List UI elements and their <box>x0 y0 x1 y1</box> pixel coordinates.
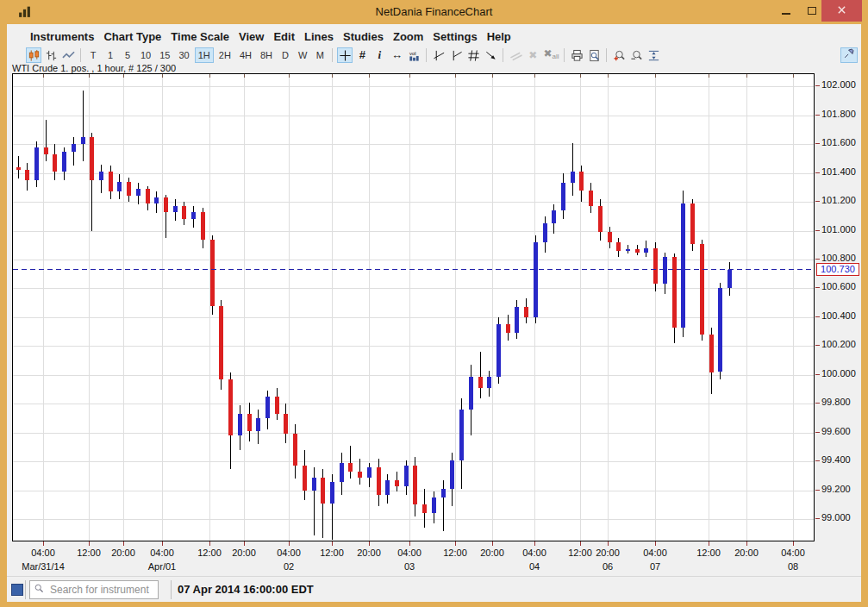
menu-item-edit[interactable]: Edit <box>273 28 304 45</box>
grid-button[interactable]: # <box>354 47 370 63</box>
y-axis-label: 99.400 <box>821 454 851 465</box>
x-axis-tick <box>455 541 456 546</box>
y-axis-label: 100.800 <box>821 253 856 263</box>
volume-button[interactable]: vol <box>406 47 422 63</box>
bar-chart-button[interactable] <box>43 47 59 63</box>
status-bar: 07 Apr 2014 16:00:00 EDT <box>7 576 861 602</box>
y-axis-tick <box>815 287 820 288</box>
y-axis-tick <box>815 403 820 404</box>
y-axis-tick <box>815 345 820 346</box>
y-axis[interactable]: 100.730 102.000101.800101.600101.400101.… <box>815 73 861 541</box>
candlestick-chart-button[interactable] <box>26 47 41 63</box>
x-axis-time-label: 04:00 <box>24 548 62 558</box>
window-title: NetDania FinanceChart <box>0 0 868 24</box>
print-preview-icon <box>588 49 601 62</box>
x-axis-date-label: Apr/01 <box>129 561 195 572</box>
minimize-button[interactable] <box>774 0 798 22</box>
x-axis-time-label: 04:00 <box>515 548 553 558</box>
x-axis-time-label: 20:00 <box>473 548 511 558</box>
x-axis-time-label: 04:00 <box>636 548 674 558</box>
y-axis-label: 99.600 <box>821 426 851 436</box>
timeframe-button-2h[interactable]: 2H <box>215 47 234 63</box>
x-axis-tick <box>608 541 609 546</box>
chart-canvas[interactable] <box>12 73 815 541</box>
pin-toolbar-button[interactable] <box>840 47 858 63</box>
print-preview-button[interactable] <box>586 47 602 63</box>
x-axis-date-label: 04 <box>502 561 567 572</box>
maximize-button[interactable] <box>800 0 824 22</box>
menu-item-zoom[interactable]: Zoom <box>393 28 433 45</box>
ohlc-bars-icon <box>45 49 58 62</box>
x-axis-time-label: 12:00 <box>70 548 108 558</box>
zoom-in-button[interactable] <box>611 47 627 63</box>
timeframe-button-1[interactable]: 1 <box>103 47 118 63</box>
volume-icon: vol <box>408 49 421 62</box>
y-axis-tick <box>815 259 820 260</box>
timeframe-button-4h[interactable]: 4H <box>236 47 255 63</box>
arrow-ray-icon <box>484 49 497 62</box>
x-axis-tick <box>123 541 124 546</box>
statusbar-separator <box>25 580 26 599</box>
line-chart-button[interactable] <box>60 47 76 63</box>
trend-ray-icon <box>450 49 463 62</box>
maximize-icon <box>808 7 816 15</box>
zoom-out-button[interactable] <box>628 47 644 63</box>
x-axis-tick <box>209 541 210 546</box>
parallel-lines-button[interactable] <box>508 47 523 63</box>
y-axis-tick <box>815 374 820 375</box>
status-square-button[interactable] <box>11 584 23 596</box>
menu-item-lines[interactable]: Lines <box>304 28 343 45</box>
timeframe-button-8h[interactable]: 8H <box>257 47 276 63</box>
crosshair-button[interactable] <box>337 47 353 63</box>
timeframe-button-15[interactable]: 15 <box>156 47 173 63</box>
y-axis-label: 100.200 <box>821 339 856 349</box>
y-axis-tick <box>815 230 820 231</box>
x-axis-tick <box>409 541 410 546</box>
timeframe-button-d[interactable]: D <box>278 47 293 63</box>
toolbar-separator <box>606 48 607 62</box>
title-bar[interactable]: NetDania FinanceChart <box>0 0 868 24</box>
print-button[interactable] <box>569 47 584 63</box>
y-axis-tick <box>815 460 820 461</box>
close-button[interactable] <box>821 0 862 22</box>
trend-ray-button[interactable] <box>448 47 464 63</box>
delete-line-button[interactable]: ✖ <box>525 47 540 63</box>
channel-button[interactable] <box>465 47 481 63</box>
arrow-ray-button[interactable] <box>483 47 498 63</box>
horizontal-expand-button[interactable]: ↔ <box>389 47 404 63</box>
timeframe-button-5[interactable]: 5 <box>120 47 135 63</box>
instrument-label: WTI Crude 1. pos. , 1 hour, # 125 / 300 <box>12 63 176 73</box>
timeframe-button-m[interactable]: M <box>312 47 328 63</box>
y-axis-tick <box>815 143 820 144</box>
fit-vertical-button[interactable] <box>646 47 661 63</box>
y-axis-label: 100.600 <box>821 281 856 291</box>
trend-line-icon <box>433 49 446 62</box>
delete-icon: ✖ <box>528 49 537 61</box>
x-axis-tick <box>43 541 44 546</box>
menu-item-settings[interactable]: Settings <box>433 28 486 45</box>
x-axis[interactable]: 04:00Mar/31/1412:0020:0004:00Apr/0112:00… <box>12 541 815 576</box>
menu-item-instruments[interactable]: Instruments <box>30 28 103 45</box>
toolbar-separator <box>332 48 333 62</box>
menu-item-help[interactable]: Help <box>487 28 521 45</box>
y-axis-label: 100.000 <box>821 368 856 379</box>
x-axis-tick <box>793 541 794 546</box>
toolbar: T151015301H2H4H8HDWM#i↔vol✖✖all <box>7 46 861 65</box>
menu-item-chart-type[interactable]: Chart Type <box>103 28 171 45</box>
menu-item-time-scale[interactable]: Time Scale <box>171 28 239 45</box>
search-input[interactable] <box>48 583 152 597</box>
y-axis-tick <box>815 172 820 173</box>
info-button[interactable]: i <box>372 47 387 63</box>
menu-item-view[interactable]: View <box>239 28 273 45</box>
timeframe-button-30[interactable]: 30 <box>176 47 193 63</box>
y-axis-tick <box>815 201 820 202</box>
timeframe-button-t[interactable]: T <box>85 47 101 63</box>
timeframe-button-1h[interactable]: 1H <box>195 47 214 63</box>
menu-item-studies[interactable]: Studies <box>343 28 393 45</box>
delete-all-lines-button[interactable]: ✖all <box>542 47 559 63</box>
y-axis-label: 99.000 <box>821 512 851 523</box>
timeframe-button-10[interactable]: 10 <box>137 47 154 63</box>
trend-line-button[interactable] <box>431 47 446 63</box>
timeframe-button-w[interactable]: W <box>295 47 310 63</box>
x-axis-time-label: 20:00 <box>727 548 765 558</box>
